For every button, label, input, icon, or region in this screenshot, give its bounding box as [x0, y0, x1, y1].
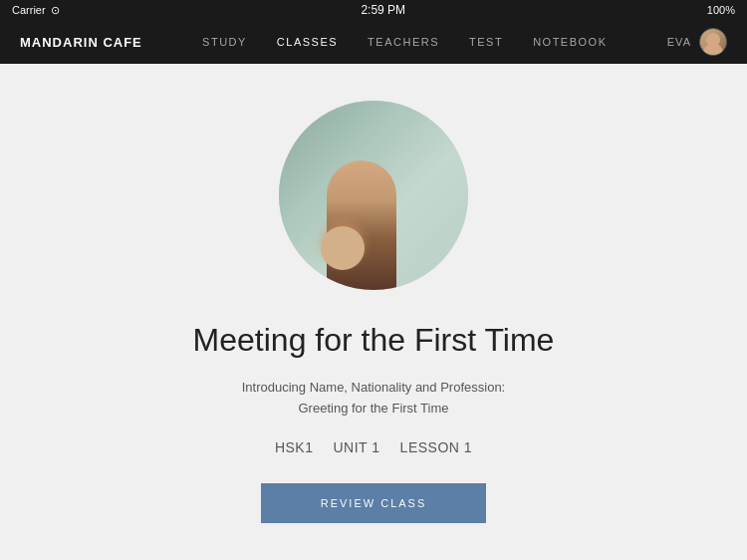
nav-item-teachers[interactable]: TEACHERS	[368, 36, 439, 48]
class-tags: HSK1 UNIT 1 LESSON 1	[275, 439, 472, 455]
status-time: 2:59 PM	[361, 3, 405, 17]
nav-item-classes[interactable]: CLASSES	[277, 36, 338, 48]
navbar-user: EVA	[667, 28, 727, 56]
user-label: EVA	[667, 36, 691, 48]
tag-hsk: HSK1	[275, 439, 314, 455]
hero-image	[279, 101, 468, 290]
carrier-label: Carrier	[12, 4, 46, 16]
tag-unit: UNIT 1	[334, 439, 380, 455]
review-class-button[interactable]: REVIEW CLASS	[261, 483, 487, 523]
class-description: Introducing Name, Nationality and Profes…	[229, 378, 518, 420]
battery-label: 100%	[707, 4, 735, 16]
wifi-icon: ⊙	[51, 4, 60, 17]
tag-lesson: LESSON 1	[400, 439, 472, 455]
class-title: Meeting for the First Time	[193, 320, 555, 362]
brand-logo: MANDARIN CAFE	[20, 35, 142, 50]
avatar[interactable]	[699, 28, 727, 56]
navbar: MANDARIN CAFE STUDY CLASSES TEACHERS TES…	[0, 20, 747, 64]
hero-image-inner	[279, 101, 468, 290]
nav-menu: STUDY CLASSES TEACHERS TEST NOTEBOOK	[202, 36, 607, 48]
avatar-image	[700, 29, 726, 55]
nav-item-study[interactable]: STUDY	[202, 36, 247, 48]
nav-item-notebook[interactable]: NOTEBOOK	[533, 36, 607, 48]
main-content: Meeting for the First Time Introducing N…	[0, 64, 747, 560]
nav-item-test[interactable]: TEST	[469, 36, 503, 48]
status-bar: Carrier ⊙ 2:59 PM 100%	[0, 0, 747, 20]
status-left: Carrier ⊙	[12, 4, 60, 17]
